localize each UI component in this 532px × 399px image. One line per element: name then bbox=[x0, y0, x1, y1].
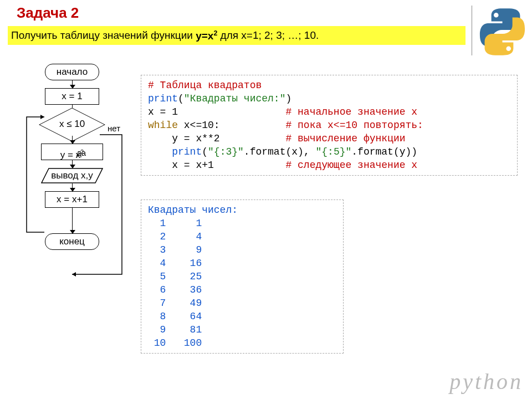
flow-init: x = 1 bbox=[45, 88, 99, 105]
task-title: Задача 2 bbox=[17, 4, 79, 22]
python-logo-icon bbox=[476, 6, 529, 58]
flow-condition: x ≤ 10 bbox=[44, 112, 100, 136]
code-listing: # Таблица квадратов print("Квадраты чисе… bbox=[141, 75, 518, 176]
header-divider bbox=[472, 6, 472, 55]
flowchart: начало x = 1 x ≤ 10 да нет y = x2 вывод … bbox=[17, 64, 127, 250]
flow-output: вывод x,y bbox=[41, 168, 103, 183]
program-output: Квадраты чисел: 1 1 2 4 3 9 4 16 5 25 6 … bbox=[141, 200, 344, 354]
flow-start: начало bbox=[45, 64, 99, 80]
task-subtitle: Получить таблицу значений функции y=x2 д… bbox=[8, 26, 466, 45]
flow-yes-label: да bbox=[76, 148, 86, 157]
flow-end: конец bbox=[45, 233, 99, 250]
subtitle-text: Получить таблицу значений функции y=x2 д… bbox=[11, 29, 319, 42]
python-footer-logo: python bbox=[449, 369, 523, 395]
flow-increment: x = x+1 bbox=[45, 191, 99, 208]
svg-marker-1 bbox=[40, 115, 44, 119]
flow-no-label: нет bbox=[108, 124, 120, 133]
flow-calc: y = x2 bbox=[41, 144, 103, 160]
svg-marker-2 bbox=[72, 272, 76, 277]
